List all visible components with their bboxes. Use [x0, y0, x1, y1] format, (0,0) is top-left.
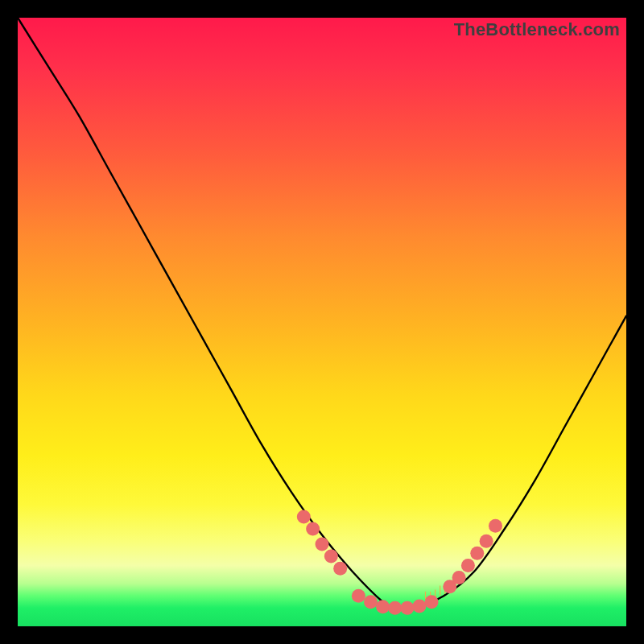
marker-dot: [489, 519, 502, 533]
marker-dot: [364, 595, 378, 609]
marker-dot: [297, 510, 311, 523]
marker-dot: [425, 595, 439, 609]
marker-dot: [333, 562, 347, 576]
marker-dot: [306, 522, 320, 536]
marker-dots: [297, 510, 502, 614]
marker-dot: [388, 601, 402, 615]
chart-stage: TheBottleneck.com: [0, 0, 644, 644]
marker-dot: [412, 600, 426, 613]
marker-dot: [376, 600, 390, 613]
marker-dot: [470, 547, 484, 560]
marker-dot: [452, 571, 466, 584]
marker-dot: [316, 537, 329, 551]
plot-area: TheBottleneck.com: [18, 18, 626, 626]
chart-svg: [18, 18, 626, 626]
marker-dot: [352, 589, 365, 603]
marker-dot: [461, 559, 475, 572]
bottleneck-curve: [18, 18, 626, 609]
marker-dot: [480, 535, 493, 548]
marker-dot: [324, 550, 338, 564]
marker-dot: [400, 601, 414, 615]
